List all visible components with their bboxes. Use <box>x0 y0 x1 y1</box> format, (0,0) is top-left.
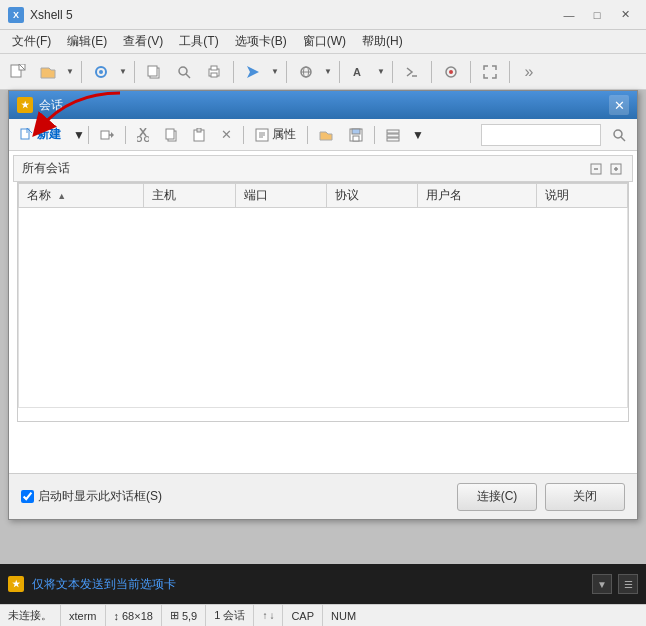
svg-point-28 <box>137 136 142 141</box>
main-toolbar: ▼ ▼ ▼ ▼ A ▼ » <box>0 54 646 90</box>
open-toolbar-btn[interactable] <box>34 58 62 86</box>
col-host[interactable]: 主机 <box>144 184 235 208</box>
toolbar-separator-7 <box>431 61 432 83</box>
open-folder-button[interactable] <box>312 123 340 147</box>
properties-button[interactable]: 属性 <box>248 123 303 147</box>
fullscreen-toolbar-btn[interactable] <box>476 58 504 86</box>
terminal-dropdown-btn[interactable]: ▼ <box>592 574 612 594</box>
dtb-sep-5 <box>374 126 375 144</box>
record-toolbar-btn[interactable] <box>437 58 465 86</box>
menu-bar: 文件(F) 编辑(E) 查看(V) 工具(T) 选项卡(B) 窗口(W) 帮助(… <box>0 30 646 54</box>
paste-button[interactable] <box>186 123 212 147</box>
close-dialog-button[interactable]: 关闭 <box>545 483 625 511</box>
sessions-header-title: 所有会话 <box>22 160 70 177</box>
search-button[interactable] <box>605 123 633 147</box>
col-description[interactable]: 说明 <box>536 184 627 208</box>
next-session-btn[interactable]: ↓ <box>269 610 274 621</box>
menu-help[interactable]: 帮助(H) <box>354 31 411 52</box>
startup-checkbox-area: 启动时显示此对话框(S) <box>21 488 457 505</box>
settings-dropdown-arrow[interactable]: ▼ <box>117 58 129 86</box>
startup-checkbox[interactable] <box>21 490 34 503</box>
terminal-size: ↕ 68×18 <box>106 605 162 626</box>
dialog-close-button[interactable]: ✕ <box>609 95 629 115</box>
resize-icon: ↕ <box>114 610 120 622</box>
num-indicator: NUM <box>323 605 364 626</box>
svg-marker-12 <box>247 66 259 78</box>
dtb-sep-1 <box>88 126 89 144</box>
title-bar: X Xshell 5 — □ ✕ <box>0 0 646 30</box>
view-dropdown-arrow[interactable]: ▼ <box>409 123 427 147</box>
connect-button[interactable] <box>93 123 121 147</box>
close-button[interactable]: ✕ <box>612 5 638 25</box>
save-button[interactable] <box>342 123 370 147</box>
search-input[interactable] <box>481 124 601 146</box>
globe-toolbar-btn[interactable] <box>292 58 320 86</box>
svg-point-19 <box>449 70 453 74</box>
copy-button[interactable] <box>158 123 184 147</box>
menu-view[interactable]: 查看(V) <box>115 31 171 52</box>
new-session-button[interactable]: 新建 <box>13 123 68 147</box>
settings-toolbar-btn[interactable] <box>87 58 115 86</box>
svg-text:A: A <box>353 66 361 78</box>
sessions-table-body <box>19 208 628 408</box>
font-toolbar-btn[interactable]: A <box>345 58 373 86</box>
expand-icon[interactable] <box>608 161 624 177</box>
menu-window[interactable]: 窗口(W) <box>295 31 354 52</box>
sessions-dialog: ★ 会话 ✕ 新建 ▼ ✕ 属性 <box>8 90 638 520</box>
shell-toolbar-btn[interactable] <box>398 58 426 86</box>
toolbar-separator-1 <box>81 61 82 83</box>
svg-rect-40 <box>353 136 359 141</box>
toolbar-separator-5 <box>339 61 340 83</box>
open-dropdown-arrow[interactable]: ▼ <box>64 58 76 86</box>
dtb-sep-4 <box>307 126 308 144</box>
menu-tools[interactable]: 工具(T) <box>171 31 226 52</box>
print-toolbar-btn[interactable] <box>200 58 228 86</box>
list-view-button[interactable] <box>379 123 407 147</box>
menu-tabs[interactable]: 选项卡(B) <box>227 31 295 52</box>
col-username[interactable]: 用户名 <box>418 184 536 208</box>
dtb-sep-3 <box>243 126 244 144</box>
toolbar-separator-3 <box>233 61 234 83</box>
overflow-toolbar-btn[interactable]: » <box>515 58 543 86</box>
copy-toolbar-btn[interactable] <box>140 58 168 86</box>
terminal-controls: ▼ ☰ <box>592 574 638 594</box>
svg-point-4 <box>99 70 103 74</box>
send-toolbar-btn[interactable] <box>239 58 267 86</box>
app-icon: X <box>8 7 24 23</box>
svg-rect-11 <box>211 73 217 77</box>
new-dropdown-arrow[interactable]: ▼ <box>70 123 84 147</box>
session-nav: ↑ ↓ <box>254 605 283 626</box>
menu-file[interactable]: 文件(F) <box>4 31 59 52</box>
svg-point-7 <box>179 67 187 75</box>
collapse-icon[interactable] <box>588 161 604 177</box>
svg-rect-31 <box>166 129 174 139</box>
sort-asc-icon: ▲ <box>57 191 66 201</box>
minimize-button[interactable]: — <box>556 5 582 25</box>
prev-session-btn[interactable]: ↑ <box>262 610 267 621</box>
font-dropdown-arrow[interactable]: ▼ <box>375 58 387 86</box>
connect-dialog-button[interactable]: 连接(C) <box>457 483 537 511</box>
toolbar-separator-4 <box>286 61 287 83</box>
terminal-menu-btn[interactable]: ☰ <box>618 574 638 594</box>
sessions-table: 名称 ▲ 主机 端口 协议 用户名 <box>18 183 628 408</box>
table-row[interactable] <box>19 208 628 408</box>
dialog-toolbar: 新建 ▼ ✕ 属性 ▼ <box>9 119 637 151</box>
col-port[interactable]: 端口 <box>235 184 326 208</box>
send-dropdown-arrow[interactable]: ▼ <box>269 58 281 86</box>
sessions-content[interactable]: 名称 ▲ 主机 端口 协议 用户名 <box>17 182 629 422</box>
search-toolbar-btn[interactable] <box>170 58 198 86</box>
col-name[interactable]: 名称 ▲ <box>19 184 144 208</box>
maximize-button[interactable]: □ <box>584 5 610 25</box>
globe-dropdown-arrow[interactable]: ▼ <box>322 58 334 86</box>
dialog-title-bar: ★ 会话 ✕ <box>9 91 637 119</box>
terminal-area: ★ 仅将文本发送到当前选项卡 ▼ ☰ <box>0 564 646 604</box>
toolbar-separator-6 <box>392 61 393 83</box>
delete-button[interactable]: ✕ <box>214 123 239 147</box>
status-bar: 未连接。 xterm ↕ 68×18 ⊞ 5,9 1 会话 ↑ ↓ CAP NU… <box>0 604 646 626</box>
cut-button[interactable] <box>130 123 156 147</box>
new-session-toolbar-btn[interactable] <box>4 58 32 86</box>
svg-line-8 <box>186 74 190 78</box>
col-protocol[interactable]: 协议 <box>327 184 418 208</box>
terminal-icon: ★ <box>8 576 24 592</box>
menu-edit[interactable]: 编辑(E) <box>59 31 115 52</box>
